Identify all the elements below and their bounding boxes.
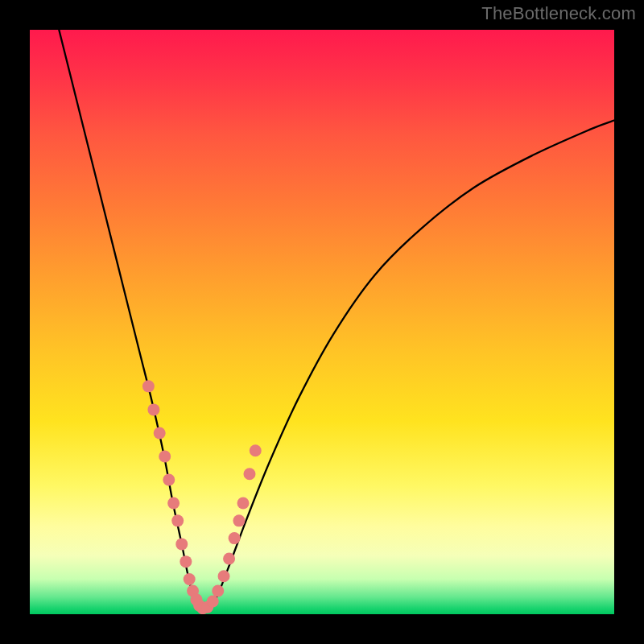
highlight-dot	[229, 532, 241, 544]
highlight-dot	[233, 514, 245, 526]
highlight-dot	[207, 596, 219, 608]
highlight-dot	[154, 427, 166, 439]
highlight-dots	[142, 380, 262, 614]
highlight-dot	[237, 497, 249, 510]
highlight-dot	[243, 468, 255, 480]
chart-frame: TheBottleneck.com	[0, 0, 644, 644]
highlight-dot	[175, 538, 188, 550]
highlight-dot	[250, 444, 262, 456]
highlight-dot	[163, 474, 175, 486]
curve-path	[59, 30, 614, 611]
plot-area	[30, 30, 614, 614]
highlight-dot	[142, 380, 155, 392]
highlight-dot	[147, 403, 159, 415]
highlight-dot	[171, 514, 184, 526]
highlight-dot	[223, 553, 235, 565]
curve-svg	[30, 30, 614, 614]
highlight-dot	[167, 497, 180, 510]
highlight-dot	[180, 555, 192, 568]
highlight-dot	[159, 450, 171, 462]
highlight-dot	[212, 584, 224, 597]
highlight-dot	[218, 570, 230, 582]
watermark-text: TheBottleneck.com	[481, 3, 636, 24]
highlight-dot	[184, 573, 196, 585]
bottleneck-curve	[59, 30, 614, 611]
